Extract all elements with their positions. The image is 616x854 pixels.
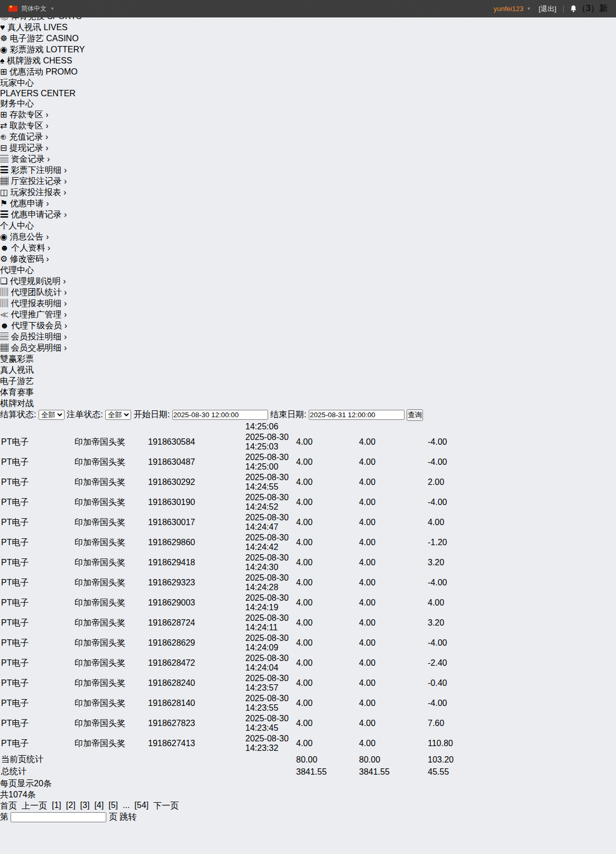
table-row-partial: 14:25:06 — [1, 422, 516, 431]
sidebar-item[interactable]: ▦ 厅室投注记录 › — [0, 176, 616, 187]
empty-cell — [491, 613, 516, 632]
sidebar-item[interactable]: ☻ 代理下级会员 › — [0, 320, 616, 332]
sidebar-item[interactable]: ☻ 个人资料 › — [0, 243, 616, 254]
sidebar-item[interactable]: ⊟ 提现记录 › — [0, 143, 616, 154]
bet-amount-cell: 4.00 — [296, 453, 358, 472]
total-summary-winloss: 45.55 — [428, 766, 490, 777]
category-tab[interactable]: 雙赢彩票 — [0, 354, 616, 365]
game-name-cell: 印加帝国头奖 — [75, 433, 147, 452]
nav-item[interactable]: ♠ 棋牌游戏 CHESS — [0, 56, 616, 67]
empty-cell — [491, 633, 516, 653]
jump-suffix-label: 页 — [109, 812, 117, 821]
table-row: PT电子 印加帝国头奖 1918628629 2025-08-30 14:24:… — [1, 633, 516, 653]
table-row: PT电子 印加帝国头奖 1918629860 2025-08-30 14:24:… — [1, 533, 516, 552]
bet-amount-cell: 4.00 — [296, 734, 358, 753]
sidebar-item[interactable]: ▤ 资金记录 › — [0, 154, 616, 165]
sidebar-subtitle: PLAYERS CENTER — [0, 89, 616, 98]
page-link[interactable]: [54] — [134, 801, 149, 812]
game-name-cell: 印加帝国头奖 — [75, 633, 147, 653]
game-cell: PT电子 — [1, 513, 73, 532]
page-link[interactable]: 首页 — [0, 801, 17, 812]
valid-amount-cell: 4.00 — [359, 674, 427, 693]
nav-item[interactable]: ♥ 真人视讯 LIVES — [0, 22, 616, 33]
datetime-cell: 2025-08-30 14:24:42 — [245, 533, 295, 552]
page-link[interactable]: 下一页 — [153, 801, 179, 812]
nav-item[interactable]: ◉ 彩票游戏 LOTTERY — [0, 44, 616, 56]
valid-amount-cell: 4.00 — [359, 593, 427, 612]
sidebar-item-label: 修改密码 — [10, 254, 44, 263]
sidebar-item-label: 玩家投注报表 — [11, 188, 61, 197]
datetime-cell: 2025-08-30 14:23:55 — [245, 694, 295, 713]
page-jump-input[interactable] — [11, 812, 106, 822]
sidebar-item[interactable]: ◫ 玩家投注报表 › — [0, 187, 616, 198]
game-cell: PT电子 — [1, 573, 73, 592]
bet-records-table: 14:25:06 PT电子 印加帝国头奖 1918630584 2025-08-… — [0, 421, 517, 778]
nav-item[interactable]: ⊞ 优惠活动 PROMO — [0, 67, 616, 78]
sidebar-item[interactable]: ▥ 代理团队统计 › — [0, 287, 616, 298]
sidebar-item[interactable]: ▥ 代理报表明细 › — [0, 298, 616, 309]
page-link[interactable]: 上一页 — [22, 801, 47, 812]
category-tab[interactable]: 棋牌对战 — [0, 398, 616, 409]
table-row: PT电子 印加帝国头奖 1918629418 2025-08-30 14:24:… — [1, 553, 516, 572]
page-link[interactable]: [1] — [52, 801, 61, 812]
username-menu[interactable]: yunfei123 — [494, 5, 523, 13]
empty-cell — [491, 694, 516, 713]
notice-count[interactable]: （3）新 — [577, 3, 608, 14]
deposit-icon: ⊞ — [0, 110, 7, 119]
game-cell: PT电子 — [1, 613, 73, 632]
bet-amount-cell: 4.00 — [296, 533, 358, 552]
game-cell: PT电子 — [1, 553, 73, 572]
winloss-cell: -0.40 — [428, 674, 490, 693]
sidebar-header: 玩家中心 PLAYERS CENTER — [0, 78, 616, 98]
sidebar-item[interactable]: ▦ 会员交易明细 › — [0, 343, 616, 354]
agent-members-icon: ☻ — [0, 321, 9, 330]
order-status-select[interactable]: 全部 — [105, 410, 131, 420]
category-tab[interactable]: 真人视讯 — [0, 365, 616, 376]
agent-report-details-icon: ▥ — [0, 299, 8, 308]
withdraw-icon: ⇄ — [0, 121, 7, 130]
sidebar-item[interactable]: ◉ 消息公告 › — [0, 232, 616, 243]
jump-button[interactable]: 跳转 — [119, 812, 136, 821]
page-link[interactable]: [4] — [94, 801, 104, 812]
sidebar-item[interactable]: ⊕ 充值记录 › — [0, 132, 616, 143]
sidebar-item-label: 优惠申请 — [10, 199, 44, 208]
language-selector[interactable]: ★ 简体中文 ▼ — [8, 4, 54, 13]
sidebar-item[interactable]: ⚙ 修改密码 › — [0, 254, 616, 265]
page-link[interactable]: [3] — [80, 801, 90, 812]
nav-item[interactable]: ☸ 电子游艺 CASINO — [0, 33, 616, 44]
page-summary-row: 当前页统计 80.00 80.00 103.20 — [1, 754, 516, 765]
sidebar-item[interactable]: ⇄ 取款专区 › — [0, 121, 616, 132]
sidebar-item[interactable]: ⚑ 优惠申请 › — [0, 198, 616, 209]
start-date-input[interactable] — [172, 410, 268, 420]
category-tab[interactable]: 体育赛事 — [0, 387, 616, 398]
sidebar-item[interactable]: ⊞ 存款专区 › — [0, 109, 616, 121]
game-name-cell: 印加帝国头奖 — [75, 533, 147, 552]
chevron-right-icon: › — [45, 143, 48, 152]
page-links: 首页上一页[1][2][3][4][5]...[54]下一页 — [0, 801, 616, 812]
sidebar-item[interactable]: ☰ 优惠申请记录 › — [0, 209, 616, 221]
page-link[interactable]: [5] — [108, 801, 118, 812]
sidebar-item-label: 充值记录 — [9, 132, 43, 141]
sidebar-item[interactable]: ❏ 代理规则说明 › — [0, 276, 616, 287]
sidebar-item[interactable]: ▤ 会员投注明细 › — [0, 332, 616, 343]
sidebar-item-label: 会员投注明细 — [11, 332, 61, 341]
chevron-right-icon: › — [45, 121, 48, 130]
sidebar-item[interactable]: ☰ 彩票下注明细 › — [0, 165, 616, 176]
topbar: ★ 简体中文 ▼ yunfei123 ▼ [退出] （3）新 — [0, 0, 616, 17]
pagination-bar: 每页显示20条 共1074条 首页上一页[1][2][3][4][5]...[5… — [0, 778, 616, 823]
end-date-input[interactable] — [309, 410, 404, 420]
notifications-bell-icon[interactable] — [569, 5, 577, 13]
password-gear-icon: ⚙ — [0, 254, 7, 263]
search-button[interactable]: 查询 — [407, 409, 423, 421]
chevron-right-icon: › — [64, 177, 67, 186]
game-name-cell: 印加帝国头奖 — [75, 453, 147, 472]
category-tab[interactable]: 电子游艺 — [0, 376, 616, 387]
table-row: PT电子 印加帝国头奖 1918627413 2025-08-30 14:23:… — [1, 734, 516, 753]
chevron-right-icon: › — [64, 288, 67, 297]
order-number-cell: 1918630584 — [148, 433, 244, 452]
logout-link[interactable]: [退出] — [539, 4, 556, 14]
member-bet-details-icon: ▤ — [0, 332, 8, 341]
page-link[interactable]: [2] — [66, 801, 76, 812]
settle-status-select[interactable]: 全部 — [39, 410, 65, 420]
sidebar-item[interactable]: ≪ 代理推广管理 › — [0, 309, 616, 320]
